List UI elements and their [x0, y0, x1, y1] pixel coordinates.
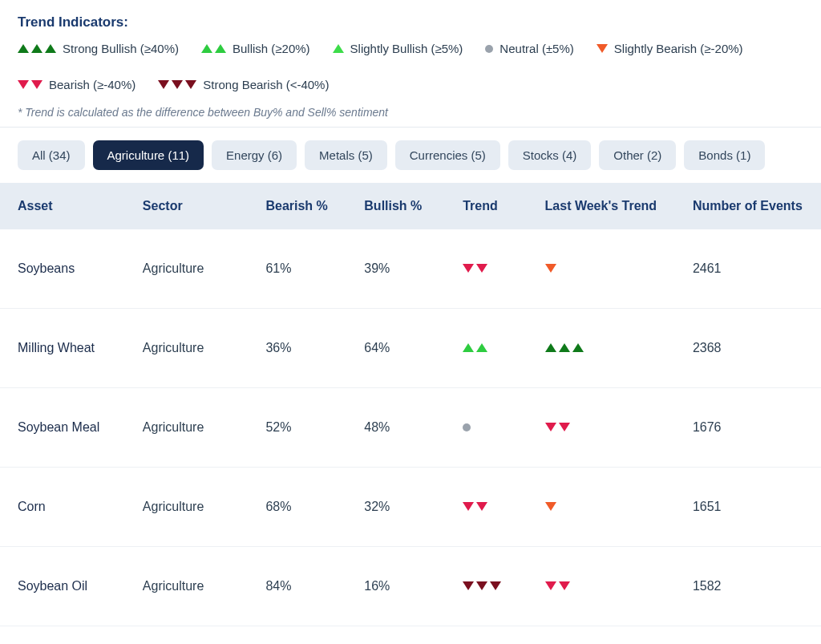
cell-last: [534, 309, 681, 388]
bearish-icon: [18, 80, 42, 89]
cell-trend: [451, 229, 533, 309]
cell-asset: Soybeans: [0, 229, 131, 309]
cell-bullish: 32%: [353, 468, 451, 547]
legend-item: Bearish (≥-40%): [18, 78, 135, 91]
cell-last: [534, 547, 681, 626]
cell-bullish: 64%: [353, 309, 451, 388]
cell-trend: [451, 388, 533, 468]
filter-chip[interactable]: Agriculture (11): [93, 140, 204, 170]
neutral-icon: [463, 423, 471, 431]
cell-sector: Agriculture: [131, 468, 255, 547]
cell-sector: Agriculture: [131, 229, 255, 309]
table-row[interactable]: SoybeansAgriculture61%39%2461: [0, 229, 821, 309]
cell-asset: Soybean Oil: [0, 547, 131, 626]
table-row[interactable]: Soybean OilAgriculture84%16%1582: [0, 547, 821, 626]
slightly-bearish-icon: [597, 44, 608, 53]
table-row[interactable]: Soybean MealAgriculture52%48%1676: [0, 388, 821, 468]
cell-bearish: 84%: [254, 547, 353, 626]
cell-events: 1651: [681, 468, 821, 547]
assets-table: Asset Sector Bearish % Bullish % Trend L…: [0, 183, 821, 626]
filter-chip[interactable]: Bonds (1): [684, 140, 765, 170]
column-header-trend[interactable]: Trend: [451, 183, 533, 229]
column-header-last[interactable]: Last Week's Trend: [534, 183, 681, 229]
cell-last: [534, 229, 681, 309]
cell-asset: Milling Wheat: [0, 309, 131, 388]
legend-item-label: Bearish (≥-40%): [49, 78, 135, 91]
strong-bullish-icon: [545, 343, 584, 352]
table-row[interactable]: CornAgriculture68%32%1651: [0, 468, 821, 547]
strong-bullish-icon: [18, 44, 56, 53]
legend-footnote: * Trend is calculated as the difference …: [18, 106, 803, 119]
cell-trend: [451, 468, 533, 547]
legend-item: Strong Bullish (≥40%): [18, 42, 179, 55]
table-row[interactable]: Milling WheatAgriculture36%64%2368: [0, 309, 821, 388]
cell-sector: Agriculture: [131, 547, 255, 626]
cell-asset: Soybean Meal: [0, 388, 131, 468]
filter-chip[interactable]: Metals (5): [305, 140, 387, 170]
cell-last: [534, 468, 681, 547]
cell-bearish: 61%: [254, 229, 353, 309]
cell-bearish: 36%: [254, 309, 353, 388]
column-header-events[interactable]: Number of Events: [681, 183, 821, 229]
bullish-icon: [463, 343, 487, 352]
column-header-sector[interactable]: Sector: [131, 183, 255, 229]
bullish-icon: [201, 44, 226, 53]
bearish-icon: [545, 581, 570, 590]
legend-item-label: Slightly Bullish (≥5%): [350, 42, 463, 55]
cell-bullish: 39%: [353, 229, 451, 309]
legend-item: Slightly Bullish (≥5%): [333, 42, 463, 55]
legend-title: Trend Indicators:: [18, 14, 803, 30]
bearish-icon: [545, 423, 570, 431]
cell-bullish: 16%: [353, 547, 451, 626]
legend-item-label: Strong Bullish (≥40%): [63, 42, 179, 55]
column-header-asset[interactable]: Asset: [0, 183, 131, 229]
filter-chip[interactable]: Other (2): [599, 140, 676, 170]
cell-bullish: 48%: [353, 388, 451, 468]
legend-item-label: Bullish (≥20%): [233, 42, 310, 55]
cell-events: 1582: [681, 547, 821, 626]
legend: Trend Indicators: Strong Bullish (≥40%)B…: [0, 0, 821, 127]
filter-chip[interactable]: Currencies (5): [395, 140, 500, 170]
slightly-bullish-icon: [333, 44, 344, 53]
cell-last: [534, 388, 681, 468]
slightly-bearish-icon: [545, 264, 556, 273]
cell-bearish: 68%: [254, 468, 353, 547]
legend-item: Slightly Bearish (≥-20%): [597, 42, 743, 55]
slightly-bearish-icon: [545, 502, 556, 511]
column-header-bullish[interactable]: Bullish %: [353, 183, 451, 229]
column-header-bearish[interactable]: Bearish %: [254, 183, 353, 229]
cell-trend: [451, 309, 533, 388]
strong-bearish-icon: [463, 581, 501, 590]
cell-bearish: 52%: [254, 388, 353, 468]
cell-events: 1676: [681, 388, 821, 468]
neutral-icon: [485, 45, 493, 53]
filter-chip[interactable]: All (34): [18, 140, 85, 170]
cell-events: 2368: [681, 309, 821, 388]
filter-chip[interactable]: Stocks (4): [508, 140, 592, 170]
cell-sector: Agriculture: [131, 309, 255, 388]
legend-item: Strong Bearish (<-40%): [158, 78, 329, 91]
legend-item-label: Neutral (±5%): [499, 42, 573, 55]
filter-bar: All (34)Agriculture (11)Energy (6)Metals…: [0, 127, 821, 183]
legend-item: Neutral (±5%): [485, 42, 573, 55]
filter-chip[interactable]: Energy (6): [212, 140, 297, 170]
cell-events: 2461: [681, 229, 821, 309]
bearish-icon: [463, 502, 487, 511]
legend-item-label: Slightly Bearish (≥-20%): [614, 42, 743, 55]
legend-item: Bullish (≥20%): [201, 42, 310, 55]
legend-items: Strong Bullish (≥40%)Bullish (≥20%)Sligh…: [18, 42, 803, 91]
cell-trend: [451, 547, 533, 626]
cell-sector: Agriculture: [131, 388, 255, 468]
cell-asset: Corn: [0, 468, 131, 547]
legend-item-label: Strong Bearish (<-40%): [203, 78, 329, 91]
strong-bearish-icon: [158, 80, 196, 89]
bearish-icon: [463, 264, 487, 273]
